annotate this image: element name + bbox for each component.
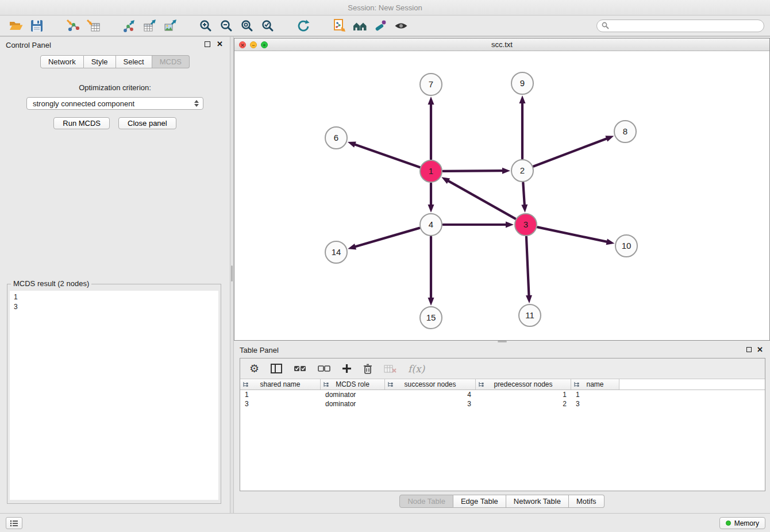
zoom-fit-button[interactable] <box>237 17 257 34</box>
graph-node[interactable]: 7 <box>420 74 442 95</box>
close-panel-button[interactable]: Close panel <box>118 117 176 129</box>
graph-node[interactable]: 11 <box>519 304 541 326</box>
graph-node[interactable]: 10 <box>615 235 637 257</box>
float-panel-icon[interactable] <box>205 41 210 47</box>
minimize-window-icon[interactable]: − <box>250 41 257 48</box>
graph-edge[interactable] <box>428 237 434 306</box>
graph-edge[interactable] <box>348 228 419 250</box>
graph-edge[interactable] <box>534 136 614 166</box>
close-table-panel-icon[interactable]: ✕ <box>757 345 763 354</box>
memory-button[interactable]: Memory <box>719 517 765 529</box>
export-table-button[interactable] <box>139 17 160 34</box>
delete-table-button[interactable] <box>384 364 396 373</box>
graph-node[interactable]: 3 <box>515 214 537 236</box>
vertical-splitter[interactable] <box>230 37 234 513</box>
graph-node[interactable]: 8 <box>614 121 636 142</box>
export-network-icon <box>122 19 136 33</box>
network-window-title: scc.txt <box>491 40 513 49</box>
fx-icon: f(x) <box>408 363 425 375</box>
function-builder-button[interactable]: f(x) <box>408 363 425 375</box>
optimization-dropdown[interactable]: strongly connected component <box>26 97 203 110</box>
tab-select[interactable]: Select <box>116 55 152 68</box>
arrowhead-icon <box>526 295 532 303</box>
table-tab-motifs[interactable]: Motifs <box>569 495 605 508</box>
column-type-icon <box>387 381 393 387</box>
graph-node[interactable]: 1 <box>420 160 442 182</box>
graph-edge[interactable] <box>443 168 510 174</box>
import-table-button[interactable] <box>83 17 103 34</box>
deselect-all-rows-button[interactable] <box>318 365 330 372</box>
column-header-shared-name[interactable]: shared name <box>240 379 321 390</box>
run-mcds-button[interactable]: Run MCDS <box>53 117 110 129</box>
search-field[interactable] <box>596 20 764 32</box>
export-table-icon <box>143 19 157 33</box>
style-brush-button[interactable] <box>370 17 391 34</box>
close-window-icon[interactable]: ✕ <box>239 41 246 48</box>
graph-edge[interactable] <box>348 141 419 167</box>
zoom-out-button[interactable] <box>216 17 237 34</box>
graph-node[interactable]: 2 <box>511 160 533 182</box>
table-tab-network-table[interactable]: Network Table <box>506 495 569 508</box>
save-session-button[interactable] <box>26 17 47 34</box>
zoom-in-button[interactable] <box>195 17 216 34</box>
graph-node[interactable]: 4 <box>420 214 442 236</box>
graph-edge[interactable] <box>519 95 526 159</box>
network-graph[interactable]: 7968124314101511 <box>234 51 769 340</box>
splitter-handle[interactable] <box>231 265 233 282</box>
open-session-button[interactable] <box>6 17 26 34</box>
graph-node[interactable]: 9 <box>511 72 533 94</box>
zoom-window-icon[interactable]: + <box>261 41 268 48</box>
table-row[interactable]: 1dominator411 <box>240 390 765 399</box>
column-header-MCDS-role[interactable]: MCDS role <box>321 379 385 390</box>
delete-row-button[interactable] <box>363 364 372 374</box>
add-row-button[interactable] <box>342 364 352 373</box>
mcds-result-title: MCDS result (2 nodes) <box>11 279 91 288</box>
float-table-panel-icon[interactable] <box>746 347 752 352</box>
import-network-button[interactable] <box>62 17 83 34</box>
show-hide-view-button[interactable] <box>391 17 411 34</box>
graph-edge[interactable] <box>443 222 514 228</box>
table-cell: 2 <box>476 399 571 408</box>
graph-edge[interactable] <box>428 97 434 159</box>
dropdown-stepper-icon <box>194 100 200 107</box>
deselect-all-icon <box>318 365 330 372</box>
column-header-successor-nodes[interactable]: successor nodes <box>385 379 476 390</box>
tab-style[interactable]: Style <box>84 55 116 68</box>
column-header-name[interactable]: name <box>571 379 619 390</box>
graph-edge[interactable] <box>441 177 515 218</box>
table-tab-edge-table[interactable]: Edge Table <box>453 495 506 508</box>
table-row[interactable]: 3dominator323 <box>240 399 765 408</box>
table-tab-node-table[interactable]: Node Table <box>399 495 453 508</box>
graph-edge[interactable] <box>538 227 615 245</box>
open-network-document-button[interactable] <box>329 17 349 34</box>
refresh-icon <box>297 19 311 33</box>
tab-network[interactable]: Network <box>40 55 84 68</box>
search-input[interactable] <box>613 22 759 30</box>
splitter-handle[interactable] <box>498 341 507 342</box>
graph-edge[interactable] <box>521 183 528 213</box>
graph-node[interactable]: 15 <box>420 307 442 329</box>
show-column-button[interactable] <box>271 364 282 373</box>
delete-table-icon <box>384 364 396 373</box>
select-all-rows-button[interactable] <box>294 365 306 372</box>
brush-icon <box>374 19 387 33</box>
graph-node[interactable]: 14 <box>325 241 347 263</box>
refresh-view-button[interactable] <box>293 17 314 34</box>
mcds-result-text[interactable]: 1 3 <box>10 291 218 500</box>
task-history-button[interactable] <box>6 517 22 529</box>
graph-node[interactable]: 6 <box>325 127 347 149</box>
tab-mcds[interactable]: MCDS <box>152 55 190 68</box>
zoom-selected-button[interactable] <box>257 17 278 34</box>
network-canvas[interactable]: 7968124314101511 <box>234 51 769 340</box>
column-header-predecessor-nodes[interactable]: predecessor nodes <box>476 379 571 390</box>
houses-icon <box>352 20 368 32</box>
arrowhead-icon <box>605 136 614 141</box>
export-network-button[interactable] <box>118 17 139 34</box>
column-label: MCDS role <box>336 380 369 388</box>
graph-edge[interactable] <box>526 237 532 303</box>
close-panel-icon[interactable]: ✕ <box>217 40 223 48</box>
graph-edge[interactable] <box>428 183 434 213</box>
table-settings-button[interactable]: ⚙ <box>249 363 259 374</box>
show-network-views-button[interactable] <box>349 17 370 34</box>
export-image-button[interactable] <box>160 17 180 34</box>
